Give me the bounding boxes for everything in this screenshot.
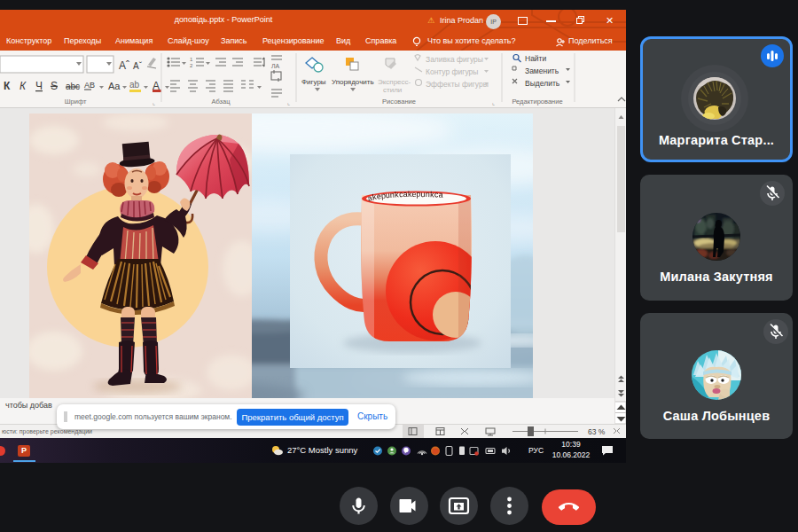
- svg-text:ЛА: ЛА: [271, 63, 280, 69]
- svg-text:Заменить: Заменить: [525, 66, 559, 75]
- svg-text:⌞: ⌞: [153, 99, 155, 106]
- svg-text:Редактирование: Редактирование: [512, 98, 562, 106]
- svg-text:стили: стили: [383, 86, 402, 94]
- svg-text:abc: abc: [66, 82, 80, 91]
- svg-text:Рисование: Рисование: [382, 98, 416, 106]
- svg-text:Контур фигуры: Контур фигуры: [426, 67, 478, 76]
- svg-text:Упорядочить: Упорядочить: [332, 78, 374, 86]
- svg-text:Экспресс-: Экспресс-: [378, 78, 411, 86]
- svg-text:63 %: 63 %: [588, 427, 606, 436]
- svg-text:К: К: [20, 80, 27, 92]
- svg-text:Абзац: Абзац: [211, 98, 231, 106]
- svg-text:S: S: [51, 80, 58, 92]
- svg-text:Аˇ: Аˇ: [133, 61, 143, 71]
- svg-text:Заливка фигуры: Заливка фигуры: [426, 55, 483, 64]
- svg-text:Аˆ: Аˆ: [119, 59, 129, 72]
- svg-text:АВ: АВ: [84, 81, 95, 90]
- svg-text:⌞: ⌞: [492, 99, 495, 106]
- svg-text:1: 1: [190, 57, 193, 62]
- svg-text:⌞: ⌞: [287, 99, 290, 106]
- svg-text:Aa: Aa: [108, 81, 121, 91]
- svg-text:ab: ab: [129, 80, 140, 90]
- svg-text:Эффекты фигуры: Эффекты фигуры: [426, 80, 489, 89]
- svg-text:К: К: [4, 80, 11, 92]
- svg-text:Выделить: Выделить: [525, 79, 560, 88]
- svg-text:Фигуры: Фигуры: [301, 78, 326, 86]
- svg-text:2: 2: [190, 63, 193, 68]
- svg-text:Шрифт: Шрифт: [65, 98, 87, 106]
- svg-text:Найти: Найти: [525, 54, 547, 63]
- svg-text:Ч: Ч: [35, 80, 43, 92]
